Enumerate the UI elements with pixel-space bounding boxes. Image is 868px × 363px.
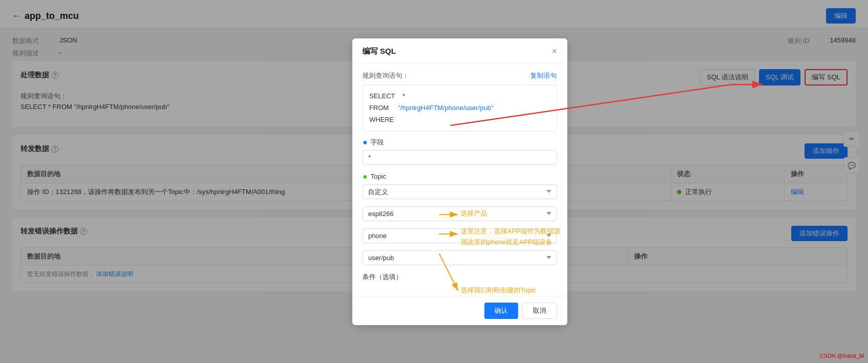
- topic-type-select[interactable]: 自定义 产品 设备: [362, 184, 557, 199]
- sql-from-keyword: FROM: [369, 104, 388, 112]
- device-select[interactable]: phone: [362, 228, 557, 243]
- modal-header: 编写 SQL ×: [352, 38, 567, 63]
- sql-select-keyword: SELECT: [369, 92, 395, 100]
- modal-body: 规则查询语句： 复制语句 SELECT * FROM "/hpnlrgH4FTM…: [352, 63, 567, 296]
- suffix-section: user/pub user/sub: [362, 250, 557, 265]
- field-label: ● 字段: [362, 138, 557, 147]
- topic-dot: ●: [362, 172, 367, 181]
- product-select[interactable]: esp8266: [362, 206, 557, 221]
- field-section: ● 字段: [362, 138, 557, 165]
- sql-from-value: "/hpnlrgH4FTM/phone/user/pub": [398, 104, 493, 112]
- topic-label: ● Topic: [362, 172, 557, 181]
- sql-select-value: *: [402, 92, 405, 100]
- modal-footer: 确认 取消: [352, 296, 567, 300]
- modal-close-button[interactable]: ×: [552, 47, 557, 56]
- topic-section: ● Topic 自定义 产品 设备: [362, 172, 557, 199]
- sql-section-label: 规则查询语句： 复制语句: [362, 71, 557, 80]
- device-section: phone: [362, 228, 557, 243]
- modal-title: 编写 SQL: [362, 47, 396, 56]
- copy-sql-link[interactable]: 复制语句: [530, 71, 557, 80]
- product-section: esp8266: [362, 206, 557, 221]
- sql-modal: 编写 SQL × 规则查询语句： 复制语句 SELECT * FROM "/hp…: [352, 38, 567, 300]
- condition-label: 条件（选填）: [362, 272, 557, 282]
- suffix-select[interactable]: user/pub user/sub: [362, 250, 557, 265]
- field-dot: ●: [362, 138, 367, 147]
- sql-display: SELECT * FROM "/hpnlrgH4FTM/phone/user/p…: [362, 84, 557, 132]
- sql-where-keyword: WHERE: [369, 116, 394, 123]
- condition-section: 条件（选填）: [362, 272, 557, 282]
- field-input[interactable]: [362, 150, 557, 165]
